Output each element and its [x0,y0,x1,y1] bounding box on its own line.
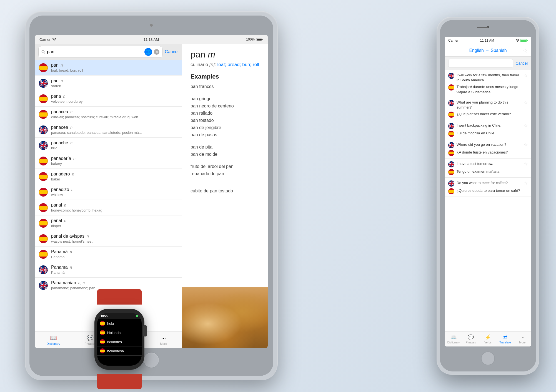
globe-button[interactable]: 🌐 [144,48,152,56]
word-pos: n [69,250,72,254]
watch-word: holandés [107,340,122,344]
result-item[interactable]: 🇬🇧Panama nPanamá [35,262,182,278]
iphone-wifi-icon [516,39,520,42]
example-row: pan tostado — toast [191,118,259,123]
phrase-en-row[interactable]: 🇬🇧I will work for a few months, then tra… [445,70,531,84]
detail-word-title: pan m [191,49,259,60]
result-item[interactable]: Panamá nPanama [35,247,182,262]
word-main: pana [51,94,61,99]
result-flag [39,94,48,103]
watch-status-bar: 10:22 [97,313,142,319]
detail-word: pan [191,49,205,59]
phrase-star-button[interactable]: ☆ [524,73,528,78]
iphone-tab-bar: 📖Dictionary💬Phrases⚡Verbs⇄Translate···Mo… [445,331,531,346]
result-item[interactable]: 🇬🇧panacea npanacea; sanalotodo; panacea;… [35,122,182,138]
iphone-tab-translate[interactable]: ⇄Translate [497,334,514,344]
entry-word-line: pana n [51,94,178,99]
watch-list-item[interactable]: hola [97,319,142,328]
phrase-star-button[interactable]: ☆ [524,142,528,147]
iphone-tab-label: Translate [499,341,511,344]
entry-word-line: panadero n [51,172,178,177]
watch-list: holaHolandaholandésholandesa [97,319,142,366]
entry-info: panadizo nwhitlow [51,187,178,197]
result-item[interactable]: pan nloaf; bread; bun; roll [35,60,182,76]
result-item[interactable]: panal de avispas nwasp's nest; hornet's … [35,231,182,247]
iphone-tab-icon: ⇄ [503,334,507,340]
word-main: panacea [51,125,68,130]
word-main: panal [51,203,62,207]
result-flag [39,250,48,259]
ipad-tab-more[interactable]: ···More [145,334,182,346]
clear-button[interactable]: ✕ [154,49,159,55]
iphone-cancel-button[interactable]: Cancel [515,61,528,66]
wifi-icon [52,38,56,41]
watch-flag [100,339,105,344]
iphone-phrases-list[interactable]: 🇬🇧I will work for a few months, then tra… [445,70,531,331]
example-row: pan francés — French bread [191,84,259,94]
iphone-tab-verbs[interactable]: ⚡Verbs [479,334,497,344]
entry-info: panal nhoneycomb; honeycomb; hexag [51,203,178,212]
result-item[interactable]: panadero nbaker [35,169,182,184]
result-item[interactable]: pañal ndiaper [35,215,182,231]
example-row: rebanada de pan — slice of bread [191,171,259,186]
result-flag [39,188,48,197]
entry-info: Panamá nPanama [51,249,178,259]
iphone-tab-label: Verbs [484,341,492,344]
phrase-es-row: Fui de mochila en Chile. [445,130,531,139]
word-main: panacea [51,109,68,114]
example-spanish: rebanada de pan [191,171,268,176]
entry-word-line: panadería n [51,156,178,161]
watch-band-bottom [97,374,142,389]
iphone-time: 11:11 AM [480,39,494,42]
phrase-star-button[interactable]: ☆ [524,123,528,128]
apple-watch: 10:22 holaHolandaholandésholandesa [92,303,147,375]
word-pos: n [70,187,74,192]
result-item[interactable]: panal nhoneycomb; honeycomb; hexag [35,200,182,215]
example-row: pan negro de centeno — pumpernickel [191,104,259,109]
phrase-en-row[interactable]: 🇬🇧I have a test tomorrow.☆ [445,159,531,169]
ipad-tab-dictionary[interactable]: 📖Dictionary [35,333,72,346]
iphone-tab-dictionary[interactable]: 📖Dictionary [445,334,462,344]
phrase-en-row[interactable]: 🇬🇧I went backpacking in Chile.☆ [445,120,531,130]
cancel-button[interactable]: Cancel [165,49,179,54]
iphone-carrier: Carrier [448,39,459,42]
phrase-star-button[interactable]: ☆ [524,161,528,167]
phrase-star-button[interactable]: ☆ [524,180,528,186]
watch-screen: 10:22 holaHolandaholandésholandesa [97,313,142,366]
iphone-body: Carrier 11:11 AM English → Spanish [440,20,536,371]
entry-definition: whitlow [51,193,162,197]
iphone-home-button[interactable] [481,351,495,365]
result-flag: 🇬🇧 [39,265,48,274]
result-item[interactable]: 🇬🇧pan nsartén [35,76,182,91]
phrase-en-row[interactable]: 🇬🇧Where did you go on vacation?☆ [445,139,531,149]
iphone-tab-phrases[interactable]: 💬Phrases [462,334,479,344]
iphone-search-bar: Cancel [445,57,531,70]
phrase-en-row[interactable]: 🇬🇧What are you planning to do this summe… [445,97,531,111]
iphone-tab-icon: 💬 [468,334,474,340]
phrase-star-button[interactable]: ☆ [524,100,528,105]
entry-definition: velveteen; corduroy [51,99,162,104]
ipad-body: Carrier 11:18 AM 100% [29,16,273,376]
result-item[interactable]: pana nvelveteen; corduroy [35,91,182,107]
entry-word-line: panal de avispas n [51,234,178,239]
word-pos: n [72,156,76,161]
iphone-tab-more[interactable]: ···More [514,335,531,344]
example-row: pan de pita — pita [191,145,259,150]
search-input[interactable]: pan [47,49,143,54]
result-item[interactable]: panadizo nwhitlow [35,184,182,200]
result-item[interactable]: 🇬🇧panache nbrío [35,138,182,153]
result-item[interactable]: panacea ncure-all; panacea; nostrum; cur… [35,107,182,122]
phrase-es-flag [448,112,454,118]
result-item[interactable]: panadería nbakery [35,153,182,169]
iphone-screen: Carrier 11:11 AM English → Spanish [445,37,531,346]
watch-list-item[interactable]: Holanda [97,328,142,337]
word-pos: n [62,94,66,99]
iphone-star-button[interactable]: ☆ [523,47,528,54]
iphone-search-input[interactable] [448,59,513,68]
search-input-wrap[interactable]: pan 🌐 ✕ [38,46,162,58]
watch-list-item[interactable]: holandesa [97,346,142,356]
word-main: panache [51,140,68,145]
watch-list-item[interactable]: holandés [97,337,142,346]
iphone-speaker [477,27,488,28]
phrase-en-row[interactable]: 🇬🇧Do you want to meet for coffee?☆ [445,178,531,188]
